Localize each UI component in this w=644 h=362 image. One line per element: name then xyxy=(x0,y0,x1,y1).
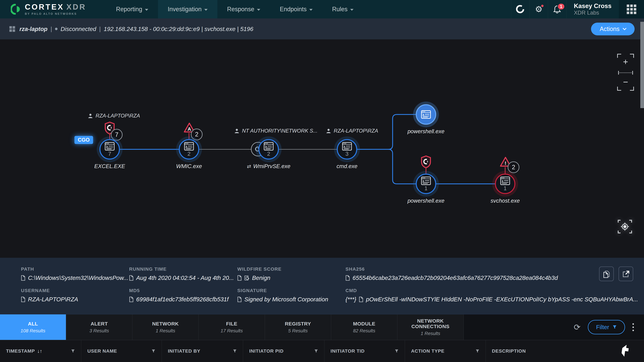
field-signature: SIGNATURE Signed by Microsoft Corporatio… xyxy=(237,288,328,303)
filter-funnel-icon[interactable] xyxy=(314,349,318,353)
process-window-icon xyxy=(264,142,274,150)
svg-text:A: A xyxy=(188,126,191,132)
status-dot-icon xyxy=(55,28,58,30)
field-username: USERNAME RZA-LAPTOP\RZA xyxy=(21,288,78,303)
prevention-shield-icon[interactable]: 7 xyxy=(104,121,115,135)
user-icon xyxy=(326,128,331,133)
zoom-slider[interactable] xyxy=(618,71,633,75)
center-view-button[interactable] xyxy=(617,219,632,234)
tab-network[interactable]: NETWORK 1 Results xyxy=(132,314,199,340)
cortex-logo-icon xyxy=(11,4,22,14)
refresh-icon[interactable]: ⟳ xyxy=(574,323,580,332)
chevron-down-icon xyxy=(204,9,208,11)
process-node-circle[interactable]: 1 xyxy=(416,174,436,194)
zoom-in-button[interactable]: + xyxy=(617,57,634,66)
process-node-circle[interactable]: 7 xyxy=(100,139,120,160)
apps-menu-button[interactable] xyxy=(619,0,644,18)
file-icon xyxy=(237,297,242,302)
svg-text:!: ! xyxy=(505,160,506,166)
process-window-icon xyxy=(421,177,431,185)
column-initiated-by: INITIATED BY xyxy=(162,340,243,362)
field-running-time: RUNNING TIME Aug 4th 2020 04:02:54 - Aug… xyxy=(129,267,234,281)
filter-funnel-icon[interactable] xyxy=(233,349,237,353)
event-count: 1 xyxy=(424,186,428,191)
tab-network-connections[interactable]: NETWORK CONNECTIONS 1 Results xyxy=(398,314,464,340)
file-icon xyxy=(129,275,134,281)
column-user-name: USER NAME xyxy=(81,340,162,362)
filter-funnel-icon[interactable] xyxy=(152,349,156,353)
process-name: powershell.exe xyxy=(384,128,468,135)
event-count: 3 xyxy=(346,151,348,157)
nav-item-reporting[interactable]: Reporting xyxy=(106,0,158,18)
field-cmd: CMD {***} pOwErShEll -wINDowSTYlE HIddEN… xyxy=(346,288,638,303)
process-user: NT AUTHORITY\NETWORK S... xyxy=(234,128,318,134)
chevron-down-icon xyxy=(257,9,260,11)
cgo-tag: CGO xyxy=(74,136,93,144)
column-action-type: ACTION TYPE xyxy=(405,340,486,362)
chevron-down-icon xyxy=(309,9,312,11)
tab-alert[interactable]: ALERT 3 Results xyxy=(66,314,132,340)
filter-funnel-icon[interactable] xyxy=(394,349,399,353)
nav-item-endpoints[interactable]: Endpoints xyxy=(270,0,322,18)
actions-button[interactable]: Actions xyxy=(591,23,634,35)
tab-all[interactable]: ALL 108 Results xyxy=(0,314,66,340)
tab-file[interactable]: FILE 17 Results xyxy=(199,314,265,340)
process-node-circle[interactable]: 3 xyxy=(337,139,357,160)
event-count: 2 xyxy=(188,151,190,157)
alert-count-badge: 2 xyxy=(191,129,202,140)
process-node-circle[interactable]: 1 xyxy=(495,174,515,194)
process-node-circle[interactable]: 2 xyxy=(179,139,199,160)
chevron-down-icon xyxy=(350,9,354,11)
cmd-masked-prefix: {***} xyxy=(346,296,356,303)
vertical-scrollbar[interactable] xyxy=(640,22,644,108)
funnel-icon xyxy=(612,325,617,329)
process-edges xyxy=(0,39,644,258)
process-window-icon xyxy=(342,142,352,150)
file-icon xyxy=(21,297,25,302)
process-name: ⇄WmiPrvSE.exe xyxy=(227,163,310,169)
zoom-out-button[interactable]: − xyxy=(617,78,634,86)
prevention-shield-icon[interactable] xyxy=(420,155,432,169)
notifications-button[interactable]: 1 xyxy=(548,0,566,18)
tab-registry[interactable]: REGISTRY 5 Results xyxy=(265,314,331,340)
process-node-circle[interactable]: 2 xyxy=(258,139,279,160)
alert-triangle-icon[interactable]: ! 2 xyxy=(500,156,511,168)
filter-button[interactable]: Filter xyxy=(588,320,625,334)
query-button[interactable] xyxy=(511,0,530,18)
settings-button[interactable]: ⚙ xyxy=(530,0,548,18)
process-window-icon xyxy=(105,142,115,150)
process-details-panel: PATH C:\Windows\System32\WindowsPow... R… xyxy=(0,258,644,314)
file-icon xyxy=(359,297,363,302)
alert-count-badge: 2 xyxy=(508,161,520,173)
open-external-button[interactable] xyxy=(618,267,633,281)
process-node-circle[interactable] xyxy=(416,104,436,125)
sync-icon: ⇄ xyxy=(247,164,251,169)
process-window-icon xyxy=(421,110,431,119)
chevron-down-icon xyxy=(145,9,148,11)
causality-graph[interactable]: RZA-LAPTOP\RZA 7 CGO 7 EXCEL.EXE xyxy=(0,39,644,258)
filter-funnel-icon[interactable] xyxy=(71,349,75,353)
brand-name: CORTEXXDR xyxy=(25,3,86,11)
more-options-button[interactable] xyxy=(632,323,634,331)
pointer-cursor-icon xyxy=(618,344,631,358)
nav-item-response[interactable]: Response xyxy=(217,0,270,18)
user-icon xyxy=(88,113,93,118)
apps-grid-icon xyxy=(627,4,636,14)
sort-icon[interactable]: ↓↑ xyxy=(37,348,42,354)
field-md5: MD5 69984f1af1edc73feb5ff9268cfb531f xyxy=(129,288,228,303)
alert-triangle-icon[interactable]: A 2 xyxy=(184,122,195,134)
user-org: XDR Labs xyxy=(574,9,612,16)
nav-item-investigation[interactable]: Investigation xyxy=(158,0,217,18)
file-icon xyxy=(21,275,25,281)
file-icon xyxy=(346,275,350,281)
host-name: rza-laptop xyxy=(20,26,48,32)
nav-item-rules[interactable]: Rules xyxy=(322,0,363,18)
filter-funnel-icon[interactable] xyxy=(476,349,480,353)
tab-module[interactable]: MODULE 82 Results xyxy=(331,314,398,340)
user-menu[interactable]: Kasey Cross XDR Labs xyxy=(566,0,619,18)
copy-details-button[interactable] xyxy=(599,267,614,281)
field-path: PATH C:\Windows\System32\WindowsPow... xyxy=(21,267,128,281)
process-name: EXCEL.EXE xyxy=(68,163,152,169)
top-nav: CORTEXXDR BY PALO ALTO NETWORKS Reportin… xyxy=(0,0,644,18)
process-name: powershell.exe xyxy=(384,198,468,204)
